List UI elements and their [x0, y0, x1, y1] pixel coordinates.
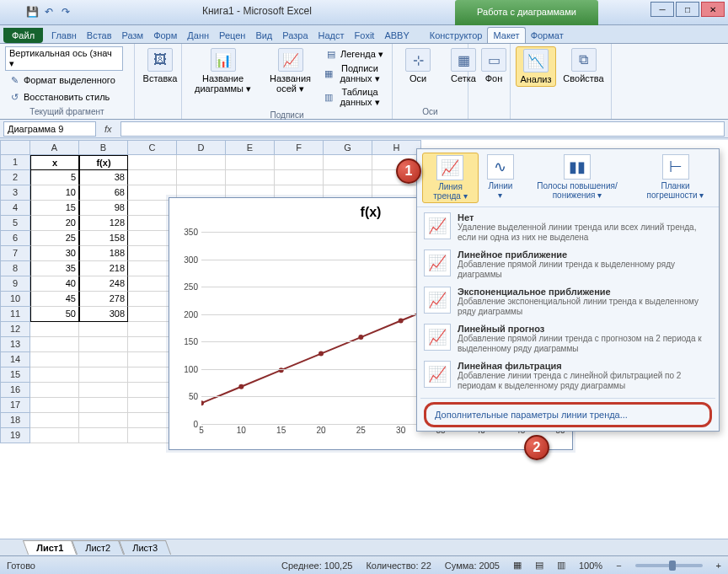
row-header[interactable]: 12	[0, 322, 30, 337]
cell[interactable]	[79, 398, 128, 413]
cell[interactable]	[177, 155, 226, 170]
minimize-button[interactable]: ─	[650, 2, 674, 17]
row-header[interactable]: 4	[0, 201, 30, 216]
cell[interactable]	[79, 367, 128, 383]
col-header[interactable]: A	[30, 140, 79, 155]
data-table-button[interactable]: ▥Таблица данных ▾	[322, 86, 387, 109]
background-button[interactable]: ▭Фон	[474, 46, 514, 85]
zoom-in-icon[interactable]: +	[716, 561, 721, 571]
cell[interactable]	[30, 383, 79, 398]
cell[interactable]	[30, 428, 79, 443]
cell[interactable]: 5	[30, 170, 79, 185]
more-trendline-options[interactable]: Дополнительные параметры линии тренда...	[424, 402, 712, 427]
trendline-option[interactable]: 📈Экспоненциальное приближениеДобавление …	[419, 283, 717, 320]
cell[interactable]: 128	[79, 216, 128, 231]
chart-title-button[interactable]: 📊Название диаграммы ▾	[187, 46, 259, 96]
cell[interactable]	[30, 367, 79, 383]
row-header[interactable]: 1	[0, 155, 30, 170]
lines-button[interactable]: ∿Линии ▾	[484, 153, 517, 203]
row-header[interactable]: 18	[0, 413, 30, 428]
tab-review[interactable]: Рецен	[214, 28, 250, 43]
cell[interactable]: 25	[30, 231, 79, 246]
col-header[interactable]: H	[372, 140, 421, 155]
tab-insert[interactable]: Встав	[82, 28, 117, 43]
cell[interactable]: 308	[79, 307, 128, 322]
reset-style-button[interactable]: ↺Восстановить стиль	[5, 89, 129, 105]
cell[interactable]	[128, 170, 177, 185]
updown-bars-button[interactable]: ▮▮Полосы повышения/понижения ▾	[522, 153, 632, 203]
axes-button[interactable]: ⊹Оси	[398, 46, 438, 85]
cell[interactable]	[30, 337, 79, 352]
row-header[interactable]: 7	[0, 246, 30, 261]
select-all-corner[interactable]	[0, 140, 30, 155]
cell[interactable]: 218	[79, 261, 128, 276]
tab-design[interactable]: Конструктор	[425, 28, 488, 43]
cell[interactable]	[79, 337, 128, 352]
row-header[interactable]: 17	[0, 398, 30, 413]
undo-icon[interactable]: ↶	[42, 5, 56, 19]
cell[interactable]	[79, 383, 128, 398]
format-selection-button[interactable]: ✎Формат выделенного	[5, 72, 129, 88]
tab-home[interactable]: Главн	[46, 28, 82, 43]
selection-dropdown[interactable]: Вертикальная ось (знач ▾	[5, 46, 123, 71]
row-header[interactable]: 5	[0, 216, 30, 231]
save-icon[interactable]: 💾	[25, 5, 39, 19]
cell[interactable]: 50	[30, 307, 79, 322]
tab-format[interactable]: Формат	[526, 28, 569, 43]
row-header[interactable]: 3	[0, 185, 30, 201]
tab-view[interactable]: Вид	[250, 28, 277, 43]
cell[interactable]: 20	[30, 216, 79, 231]
data-labels-button[interactable]: ▦Подписи данных ▾	[322, 62, 387, 85]
tab-addins[interactable]: Надст	[313, 28, 350, 43]
cell[interactable]: 98	[79, 201, 128, 216]
trendline-option[interactable]: 📈Линейный прогнозДобавление прямой линии…	[419, 320, 717, 357]
tab-foxit[interactable]: Foxit	[350, 28, 380, 43]
cell[interactable]: 38	[79, 170, 128, 185]
trendline-option[interactable]: 📈НетУдаление выделенной линии тренда или…	[419, 209, 717, 246]
cell[interactable]	[226, 170, 275, 185]
cell[interactable]	[30, 352, 79, 367]
legend-button[interactable]: ▤Легенда ▾	[322, 46, 387, 62]
row-header[interactable]: 11	[0, 307, 30, 322]
cell[interactable]	[79, 428, 128, 443]
cell[interactable]	[324, 155, 372, 170]
cell[interactable]: 188	[79, 246, 128, 261]
tab-layout[interactable]: Разм	[117, 28, 149, 43]
redo-icon[interactable]: ↷	[59, 5, 72, 19]
row-header[interactable]: 15	[0, 367, 30, 383]
file-tab[interactable]: Файл	[3, 28, 43, 43]
cell[interactable]: 35	[30, 261, 79, 276]
col-header[interactable]: C	[128, 140, 177, 155]
cell[interactable]: 278	[79, 292, 128, 307]
cell[interactable]: x	[30, 155, 79, 170]
insert-button[interactable]: 🖼Вставка	[140, 46, 180, 85]
cell[interactable]: 158	[79, 231, 128, 246]
formula-input[interactable]	[120, 121, 725, 137]
col-header[interactable]: G	[324, 140, 372, 155]
tab-abby[interactable]: ABBY	[379, 28, 414, 43]
cell[interactable]	[128, 155, 177, 170]
col-header[interactable]: B	[79, 140, 128, 155]
cell[interactable]	[275, 155, 324, 170]
zoom-out-icon[interactable]: −	[616, 561, 621, 571]
y-axis[interactable]: 050100150200250300350	[176, 232, 200, 424]
row-header[interactable]: 16	[0, 383, 30, 398]
cell[interactable]	[30, 322, 79, 337]
zoom-slider[interactable]	[635, 564, 703, 567]
cell[interactable]	[226, 155, 275, 170]
trendline-option[interactable]: 📈Линейная фильтрацияДобавление линии тре…	[419, 357, 717, 394]
cell[interactable]: 45	[30, 292, 79, 307]
cell[interactable]	[324, 170, 372, 185]
close-button[interactable]: ✕	[701, 2, 725, 17]
row-header[interactable]: 8	[0, 261, 30, 276]
view-layout-icon[interactable]: ▤	[535, 560, 543, 571]
maximize-button[interactable]: □	[676, 2, 699, 17]
cell[interactable]: 10	[30, 185, 79, 201]
row-header[interactable]: 2	[0, 170, 30, 185]
sheet-tab[interactable]: Лист2	[72, 540, 124, 555]
cell[interactable]	[275, 170, 324, 185]
cell[interactable]	[79, 322, 128, 337]
error-bars-button[interactable]: ⊢Планки погрешности ▾	[637, 153, 714, 203]
row-header[interactable]: 19	[0, 428, 30, 443]
tab-data[interactable]: Данн	[182, 28, 214, 43]
